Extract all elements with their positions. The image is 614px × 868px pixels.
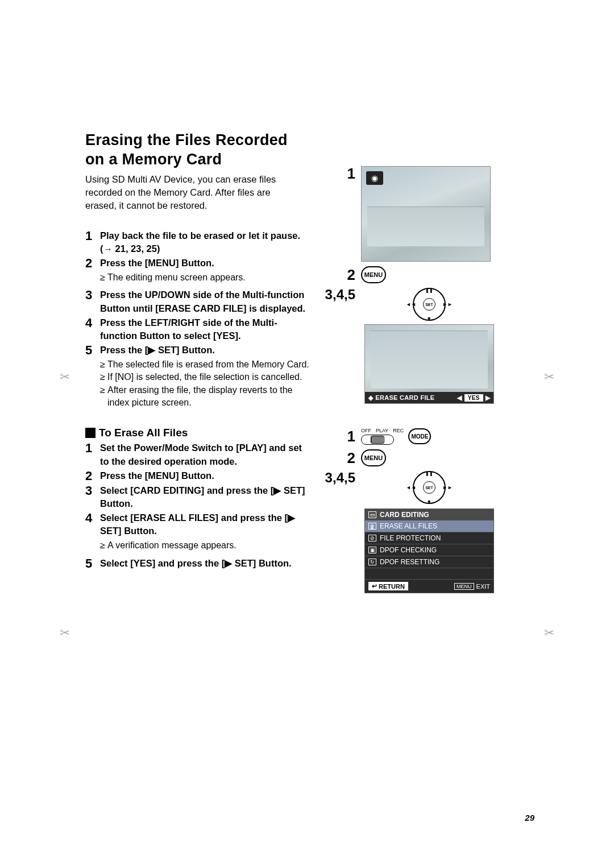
landscape-placeholder [367, 206, 484, 246]
step-note: After erasing the file, the display reve… [100, 384, 310, 410]
arrow-right-icon: ►► [442, 301, 453, 307]
joystick-icon: ◄◄ ►► ❚❚ ■ [413, 471, 446, 504]
intro-paragraph: Using SD Multi AV Device, you can erase … [85, 173, 296, 212]
step-text: Press the LEFT/RIGHT side of the Multi-f… [100, 316, 310, 342]
figure-step-ref: 2 [321, 450, 355, 465]
square-marker-icon [85, 428, 96, 438]
figure-row: 1 ◉ [321, 166, 497, 262]
page-number: 29 [525, 813, 534, 822]
triangle-left-icon: ◀ [457, 394, 462, 402]
exit-label: EXIT [476, 583, 490, 590]
crop-mark-icon: ✂ [544, 370, 554, 385]
step-note: If [NO] is selected, the file selection … [100, 371, 310, 383]
arrow-right-icon: ►► [442, 485, 453, 490]
step-text: Select [ERASE ALL FILES] and press the [… [100, 511, 310, 538]
menu-item-dpof-resetting: DPOF RESETTING [365, 556, 493, 568]
step-number: 2 [85, 469, 100, 483]
menu-item-file-protection: FILE PROTECTION [365, 532, 493, 544]
step-number: 3 [85, 484, 100, 510]
landscape-placeholder [371, 330, 488, 388]
stop-icon: ■ [428, 316, 431, 321]
menu-title: CARD EDITING [365, 509, 493, 520]
arrow-left-icon: ◄◄ [406, 485, 416, 490]
power-switch-icon [361, 435, 394, 445]
yes-option: YES [464, 394, 483, 402]
step-text: Play back the file to be erased or let i… [100, 229, 310, 255]
step-item: 2 Press the [MENU] Button. [85, 469, 310, 483]
crop-mark-icon: ✂ [544, 626, 554, 640]
menu-item-dpof-checking: DPOF CHECKING [365, 544, 493, 556]
lcd-preview: ◉ [361, 166, 491, 262]
camera-icon: ◉ [366, 171, 383, 185]
erase-confirm-bar: ◆ ERASE CARD FILE ◀ YES ▶ [365, 392, 493, 403]
lock-icon [368, 535, 376, 542]
figure-row: 2 MENU [321, 266, 497, 283]
subheading-text: To Erase All Files [99, 427, 188, 439]
menu-button-icon: MENU [361, 266, 386, 283]
steps-list-b: 1 Set the Power/Mode Switch to [PLAY] an… [85, 441, 310, 570]
card-editing-menu: CARD EDITING ERASE ALL FILES FILE PROTEC… [364, 509, 494, 593]
step-note: The editing menu screen appears. [100, 271, 246, 284]
menu-chip: MENU [454, 583, 474, 590]
step-text: Set the Power/Mode Switch to [PLAY] and … [100, 441, 310, 468]
menu-button-icon: MENU [361, 449, 386, 466]
step-item: 5 Press the [▶ SET] Button. The selected… [85, 344, 310, 413]
mode-labels: OFF PLAY REC [361, 428, 404, 433]
step-number: 5 [85, 344, 100, 413]
step-number: 4 [85, 316, 100, 342]
step-text: Press the UP/DOWN side of the Multi-func… [100, 288, 310, 315]
step-item: 2 Press the [MENU] Button. The editing m… [85, 257, 310, 287]
return-arrow-icon: ↩ [372, 582, 377, 590]
step-text: Press the [▶ SET] Button. [100, 344, 310, 357]
step-item: 4 Select [ERASE ALL FILES] and press the… [85, 511, 310, 556]
updown-icon: ◆ [368, 394, 373, 402]
pause-icon: ❚❚ [425, 471, 433, 476]
step-text: Select [YES] and press the [▶ SET] Butto… [100, 557, 292, 570]
figure-row: 1 OFF PLAY REC MODE [321, 428, 497, 445]
step-number: 1 [85, 441, 100, 468]
step-text: Press the [MENU] Button. [100, 469, 214, 482]
trash-icon [368, 523, 376, 530]
step-number: 1 [85, 229, 100, 255]
step-item: 1 Play back the file to be erased or let… [85, 229, 310, 255]
step-number: 5 [85, 557, 100, 571]
step-text: Select [CARD EDITING] and press the [▶ S… [100, 484, 310, 510]
stop-icon: ■ [428, 499, 431, 504]
figure-step-ref: 3,4,5 [321, 471, 355, 485]
step-item: 3 Select [CARD EDITING] and press the [▶… [85, 484, 310, 510]
step-item: 5 Select [YES] and press the [▶ SET] But… [85, 557, 310, 571]
lcd-preview-with-bar: ◆ ERASE CARD FILE ◀ YES ▶ [364, 324, 494, 404]
steps-list-a: 1 Play back the file to be erased or let… [85, 229, 310, 413]
joystick-icon: ◄◄ ►► ❚❚ ■ [413, 288, 446, 321]
figure-row: 3,4,5 ◄◄ ►► ❚❚ ■ CARD EDITING ERASE ALL … [321, 471, 497, 593]
step-number: 4 [85, 511, 100, 556]
section-title: Erasing the Files Recorded on a Memory C… [85, 131, 310, 170]
mode-switch-diagram: OFF PLAY REC MODE [361, 428, 497, 445]
card-icon [368, 511, 376, 518]
step-item: 4 Press the LEFT/RIGHT side of the Multi… [85, 316, 310, 342]
step-item: 1 Set the Power/Mode Switch to [PLAY] an… [85, 441, 310, 468]
pause-icon: ❚❚ [425, 288, 433, 293]
menu-item-erase-all: ERASE ALL FILES [365, 520, 493, 532]
triangle-right-icon: ▶ [486, 394, 490, 402]
crop-mark-icon: ✂ [60, 626, 70, 640]
return-button: ↩RETURN [368, 582, 408, 590]
step-note: A verification message appears. [100, 539, 310, 552]
figure-row: 3,4,5 ◄◄ ►► ❚❚ ■ ◆ ERASE CARD FILE [321, 288, 497, 404]
figure-step-ref: 2 [321, 267, 355, 282]
step-item: 3 Press the UP/DOWN side of the Multi-fu… [85, 288, 310, 315]
step-note: The selected file is erased from the Mem… [100, 358, 310, 371]
figure-step-ref: 3,4,5 [321, 288, 355, 301]
reset-icon [368, 559, 376, 565]
doc-icon [368, 547, 376, 553]
step-number: 2 [85, 257, 100, 287]
arrow-left-icon: ◄◄ [406, 301, 416, 307]
figure-row: 2 MENU [321, 449, 497, 466]
figure-step-ref: 1 [321, 429, 355, 444]
text-column: Erasing the Files Recorded on a Memory C… [85, 131, 310, 598]
mode-button-icon: MODE [408, 428, 431, 444]
step-number: 3 [85, 288, 100, 315]
figure-column: 1 ◉ 2 MENU 3,4,5 ◄◄ ►► ❚❚ ■ [321, 131, 497, 598]
subheading: To Erase All Files [85, 427, 310, 439]
crop-mark-icon: ✂ [60, 370, 70, 385]
